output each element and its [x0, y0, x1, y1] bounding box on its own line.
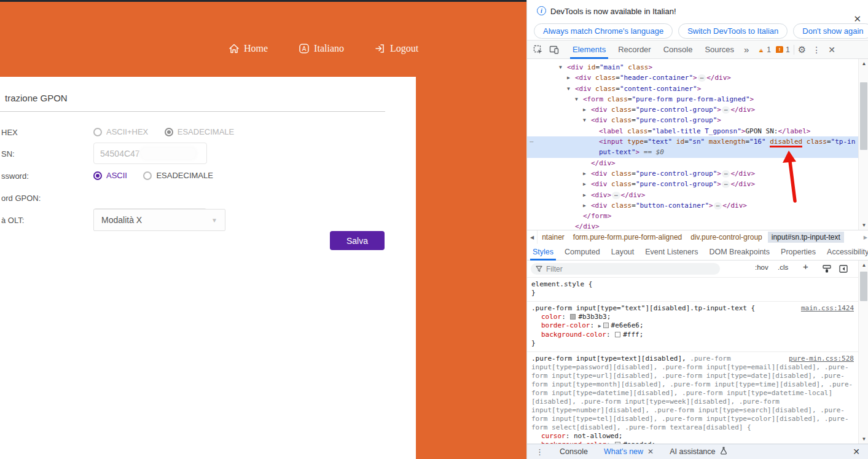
- dom-tree-row[interactable]: ▼<form class="pure-form pure-form-aligne…: [527, 94, 858, 104]
- css-rule[interactable]: main.css:1424.pure-form input[type="text…: [527, 302, 858, 352]
- breadcrumb-item[interactable]: input#sn.tp-input-text: [768, 232, 844, 243]
- olt-mode-select[interactable]: Modalità X ▼: [93, 209, 225, 231]
- styles-tab-styles[interactable]: Styles: [527, 244, 559, 261]
- tab-recorder[interactable]: Recorder: [612, 41, 657, 59]
- styles-tab-properties[interactable]: Properties: [775, 244, 821, 261]
- tab-console[interactable]: Console: [657, 41, 699, 59]
- css-property[interactable]: border-color: ▶#e6e6e6;: [531, 321, 854, 331]
- scrollbar-thumb[interactable]: [860, 272, 867, 301]
- dom-tree-row[interactable]: ▼<div class="content-container">: [527, 84, 858, 94]
- css-property[interactable]: cursor: not-allowed;: [531, 432, 854, 441]
- css-property[interactable]: background-color: #fff;: [531, 331, 854, 339]
- expand-arrow-icon[interactable]: ▶: [583, 168, 586, 179]
- dom-tree-row[interactable]: ▼<div class="pure-control-group">: [527, 115, 858, 125]
- expand-arrow-icon[interactable]: ▶: [567, 73, 570, 83]
- styles-tab-accessibility[interactable]: Accessibility: [821, 244, 868, 261]
- device-toolbar-icon[interactable]: [549, 45, 559, 55]
- radio-esadecimale-circle[interactable]: [165, 128, 173, 136]
- elements-scrollbar[interactable]: ▲ ▼: [858, 59, 868, 230]
- close-drawer-icon[interactable]: ✕: [853, 447, 860, 457]
- breadcrumb-left-icon[interactable]: ◀: [527, 230, 538, 244]
- inspect-element-icon[interactable]: [533, 45, 543, 55]
- notification-button-2[interactable]: Don't show again: [793, 23, 868, 39]
- radio-esadecimale[interactable]: ESADECIMALE: [143, 170, 213, 180]
- warnings-badge[interactable]: ▲! 1: [757, 45, 771, 54]
- issues-badge[interactable]: ! 1: [776, 45, 790, 54]
- stylesheet-link[interactable]: main.css:1424: [801, 304, 854, 313]
- css-property[interactable]: color: #b3b3b3;: [531, 313, 854, 321]
- dom-tree-row[interactable]: ▶<div class="pure-control-group">⋯</div>: [527, 168, 858, 179]
- tab-sources[interactable]: Sources: [698, 41, 740, 59]
- drawer-tab-ai-assistance[interactable]: AI assistance: [670, 447, 727, 457]
- color-swatch[interactable]: [603, 323, 609, 328]
- element-style-block[interactable]: element.style { }: [527, 278, 858, 302]
- tab-elements[interactable]: Elements: [566, 41, 612, 59]
- expand-arrow-icon[interactable]: ▶: [583, 104, 586, 115]
- dom-tree-row[interactable]: ▼<div id="main" class>: [527, 62, 858, 73]
- styles-tab-dom-breakpoints[interactable]: DOM Breakpoints: [703, 244, 775, 261]
- computed-sidebar-toggle-icon[interactable]: [839, 265, 848, 274]
- radio-ascii-hex[interactable]: ASCII+HEX: [93, 126, 148, 136]
- radio-esadecimale-disabled[interactable]: ESADECIMALE: [165, 126, 234, 136]
- expand-arrow-icon[interactable]: ▶: [583, 200, 586, 211]
- rendering-brush-icon[interactable]: [823, 265, 831, 274]
- drawer-kebab-icon[interactable]: ⋮: [536, 447, 544, 457]
- breadcrumb-item[interactable]: ntainer: [542, 233, 565, 241]
- kebab-menu-icon[interactable]: ⋮: [812, 45, 821, 55]
- close-notification-icon[interactable]: ✕: [853, 14, 861, 25]
- notification-button-0[interactable]: Always match Chrome's language: [534, 23, 673, 39]
- scroll-up-icon[interactable]: ▲: [859, 61, 868, 66]
- expand-arrow-icon[interactable]: ▶: [598, 323, 601, 329]
- dom-tree-row[interactable]: </div>: [527, 158, 858, 168]
- nav-logout[interactable]: Logout: [375, 43, 418, 54]
- breadcrumb-right-icon[interactable]: ▶: [864, 235, 867, 240]
- styles-tab-layout[interactable]: Layout: [606, 244, 640, 261]
- toggle-hover-state[interactable]: :hov: [755, 264, 768, 271]
- radio-ascii-circle[interactable]: [93, 171, 102, 180]
- notification-button-1[interactable]: Switch DevTools to Italian: [678, 23, 788, 39]
- expand-arrow-icon[interactable]: ▶: [583, 190, 586, 200]
- collapse-arrow-icon[interactable]: ▼: [575, 94, 578, 104]
- nav-home[interactable]: Home: [229, 43, 268, 54]
- collapse-arrow-icon[interactable]: ▼: [583, 115, 586, 125]
- sn-input[interactable]: 54504C47: [93, 143, 207, 164]
- dom-tree-row[interactable]: </div>: [527, 221, 858, 230]
- styles-scrollbar[interactable]: ▲ ▼: [858, 261, 868, 444]
- collapse-arrow-icon[interactable]: ▼: [567, 84, 570, 94]
- drawer-tab-whats-new[interactable]: What's new ✕: [604, 447, 654, 456]
- radio-esadecimale2-circle[interactable]: [143, 171, 152, 180]
- css-rule[interactable]: pure-min.css:528.pure-form input[type=te…: [527, 352, 858, 444]
- radio-ascii[interactable]: ASCII: [93, 170, 127, 180]
- styles-tab-event-listeners[interactable]: Event Listeners: [639, 244, 703, 261]
- toggle-classes[interactable]: .cls: [778, 264, 788, 271]
- dom-tree-row[interactable]: </form>: [527, 211, 858, 221]
- close-whats-new-icon[interactable]: ✕: [647, 447, 654, 456]
- dom-tree-row[interactable]: ⋯<input type="text" id="sn" maxlength="1…: [527, 136, 858, 158]
- dom-tree-row[interactable]: ▶<div class="header-container">⋯</div>: [527, 73, 858, 83]
- filter-input[interactable]: Filter: [531, 263, 720, 275]
- radio-ascii-hex-circle[interactable]: [93, 128, 102, 136]
- new-style-rule-icon[interactable]: +: [803, 261, 808, 272]
- color-swatch[interactable]: [570, 314, 576, 320]
- scroll-up-icon[interactable]: ▲: [859, 262, 868, 268]
- stylesheet-link[interactable]: pure-min.css:528: [789, 355, 854, 363]
- styles-tab-computed[interactable]: Computed: [559, 244, 606, 261]
- node-options-dots[interactable]: ⋯: [530, 136, 534, 147]
- nav-language[interactable]: A Italiano: [299, 43, 344, 54]
- dom-tree-row[interactable]: ▶<div class="pure-control-group">⋯</div>: [527, 104, 858, 115]
- color-swatch[interactable]: [615, 332, 620, 337]
- settings-gear-icon[interactable]: ⚙: [798, 44, 806, 55]
- dom-tree-row[interactable]: ▶<div class="pure-control-group">⋯</div>: [527, 179, 858, 189]
- drawer-tab-console[interactable]: Console: [560, 447, 588, 456]
- scroll-down-icon[interactable]: ▼: [859, 436, 868, 442]
- breadcrumb-item[interactable]: div.pure-control-group: [690, 233, 762, 241]
- save-button[interactable]: Salva: [330, 231, 385, 250]
- close-devtools-icon[interactable]: ✕: [828, 45, 835, 55]
- dom-tree-row[interactable]: <label class="label-title T_gponsn">GPON…: [527, 126, 858, 136]
- scroll-down-icon[interactable]: ▼: [859, 222, 868, 228]
- expand-arrow-icon[interactable]: ▶: [583, 179, 586, 189]
- dom-tree-row[interactable]: ▶<div>⋯</div>: [527, 190, 858, 200]
- dom-tree-row[interactable]: ▶<div class="button-container">⋯</div>: [527, 200, 858, 211]
- collapse-arrow-icon[interactable]: ▼: [559, 62, 562, 73]
- more-tabs-icon[interactable]: »: [740, 44, 753, 55]
